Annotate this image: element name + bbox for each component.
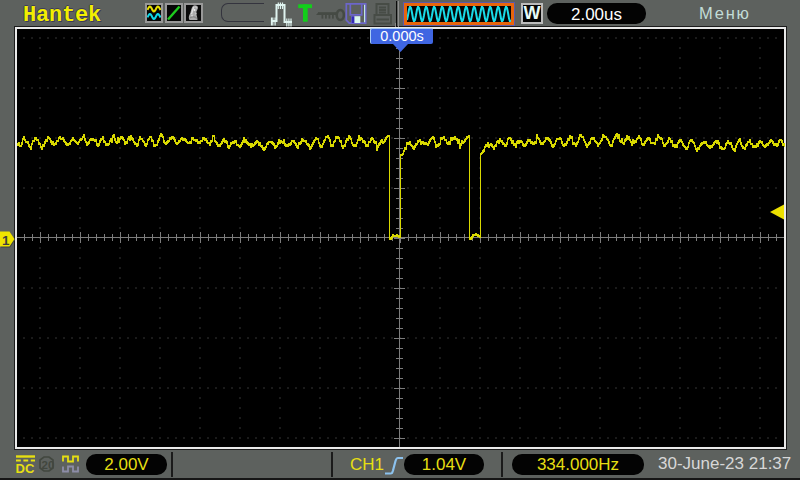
svg-text:1: 1 [2,233,10,248]
svg-text:DC: DC [16,461,35,476]
svg-text:20: 20 [42,459,55,471]
